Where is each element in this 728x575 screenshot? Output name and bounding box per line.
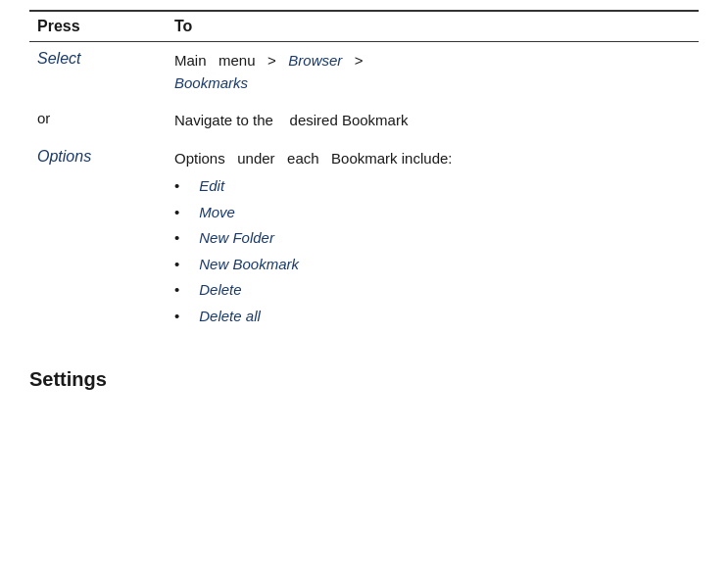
table-row: Select Main menu > Browser > Bookmarks: [29, 42, 699, 103]
new-bookmark-option: New Bookmark: [199, 254, 299, 276]
options-intro-text: Options under each Bookmark include:: [174, 150, 452, 167]
list-item: Delete: [174, 279, 691, 302]
press-or-cell: or: [29, 102, 167, 140]
press-header: Press: [29, 11, 167, 42]
list-item: New Bookmark: [174, 254, 691, 276]
new-folder-option: New Folder: [199, 227, 274, 250]
bookmarks-link: Bookmarks: [174, 74, 248, 91]
delete-option: Delete: [199, 279, 241, 302]
table-row: or Navigate to the desired Bookmark: [29, 102, 699, 140]
table-row: Options Options under each Bookmark incl…: [29, 140, 699, 340]
select-label: Select: [37, 50, 80, 67]
to-header: To: [167, 11, 699, 42]
settings-heading: Settings: [29, 368, 699, 391]
delete-all-option: Delete all: [199, 306, 261, 328]
navigate-text: Navigate to the desired Bookmark: [174, 112, 408, 128]
list-item: Edit: [174, 175, 691, 198]
to-options-cell: Options under each Bookmark include: Edi…: [167, 140, 699, 340]
to-select-cell: Main menu > Browser > Bookmarks: [167, 42, 699, 103]
list-item: Delete all: [174, 306, 691, 328]
press-options-cell: Options: [29, 140, 167, 340]
or-label: or: [37, 110, 50, 126]
press-select-cell: Select: [29, 42, 167, 103]
to-navigate-cell: Navigate to the desired Bookmark: [167, 102, 699, 140]
edit-option: Edit: [199, 175, 224, 198]
options-list: Edit Move New Folder New Bookmark Delete…: [174, 175, 691, 327]
list-item: New Folder: [174, 227, 691, 250]
keyboard-shortcuts-table: Press To Select Main menu > Browser > Bo…: [29, 10, 699, 339]
browser-link: Browser: [288, 52, 342, 69]
options-label: Options: [37, 148, 91, 165]
list-item: Move: [174, 202, 691, 224]
move-option: Move: [199, 202, 235, 224]
